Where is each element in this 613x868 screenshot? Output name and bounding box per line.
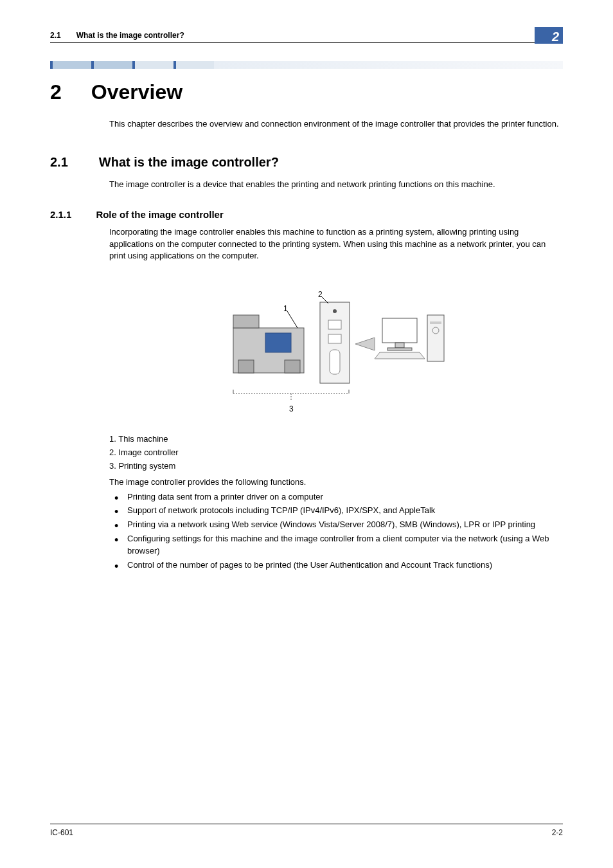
- monitor-icon: [382, 318, 417, 350]
- list-item: Printing via a network using Web service…: [109, 519, 563, 531]
- this-machine-icon: [233, 315, 304, 373]
- diagram-legend: 1. This machine 2. Image controller 3. P…: [109, 433, 563, 571]
- chapter-heading: 2 Overview: [50, 80, 563, 104]
- list-item: Support of network protocols including T…: [109, 505, 563, 517]
- list-item: Printing data sent from a printer driver…: [109, 491, 563, 503]
- decorative-bar: [50, 61, 563, 69]
- keyboard-icon: [375, 352, 425, 359]
- svg-rect-13: [387, 348, 412, 350]
- functions-intro: The image controller provides the follow…: [109, 476, 563, 489]
- running-header: 2.1 What is the image controller? 2: [50, 27, 563, 43]
- svg-rect-9: [330, 350, 340, 374]
- chapter-number: 2: [50, 80, 62, 104]
- section-title: What is the image controller?: [99, 155, 279, 170]
- functions-list: Printing data sent from a printer driver…: [109, 491, 563, 572]
- diagram-container: 1 2 3: [109, 283, 563, 424]
- bracket-icon: [233, 390, 349, 401]
- diagram-label-3: 3: [289, 404, 294, 413]
- legend-item-1: 1. This machine: [109, 433, 563, 446]
- section-heading: 2.1 What is the image controller?: [50, 155, 563, 170]
- arrow-icon: [355, 338, 375, 350]
- svg-rect-12: [395, 343, 404, 348]
- section-number: 2.1: [50, 155, 68, 170]
- section-text: The image controller is a device that en…: [109, 179, 563, 191]
- svg-marker-14: [375, 352, 425, 359]
- legend-item-2: 2. Image controller: [109, 447, 563, 459]
- footer-model: IC-601: [50, 828, 73, 837]
- system-diagram: 1 2 3: [220, 283, 452, 424]
- subsection-title: Role of the image controller: [96, 209, 223, 220]
- svg-marker-10: [355, 338, 375, 350]
- pc-tower-icon: [427, 315, 444, 361]
- svg-rect-11: [382, 318, 417, 343]
- chapter-title: Overview: [91, 80, 182, 104]
- svg-rect-2: [265, 333, 291, 352]
- svg-rect-3: [238, 360, 254, 373]
- svg-point-6: [333, 309, 337, 313]
- diagram-label-2: 2: [318, 290, 323, 299]
- svg-rect-1: [233, 315, 259, 328]
- chapter-badge: 2: [535, 27, 563, 44]
- list-item: Configuring settings for this machine an…: [109, 533, 563, 557]
- header-section-number: 2.1: [50, 31, 61, 40]
- subsection-heading: 2.1.1 Role of the image controller: [50, 209, 563, 220]
- svg-line-22: [287, 311, 298, 328]
- diagram-label-1: 1: [283, 304, 288, 313]
- chapter-intro: This chapter describes the overview and …: [109, 118, 563, 131]
- page-footer: IC-601 2-2: [50, 824, 563, 837]
- image-controller-icon: [320, 302, 350, 383]
- legend-item-3: 3. Printing system: [109, 460, 563, 473]
- svg-rect-8: [328, 334, 341, 343]
- svg-rect-7: [328, 320, 341, 329]
- header-section-title: What is the image controller?: [76, 31, 184, 40]
- footer-page: 2-2: [552, 828, 563, 837]
- svg-rect-16: [430, 321, 441, 324]
- subsection-text: Incorporating the image controller enabl…: [109, 226, 563, 263]
- subsection-number: 2.1.1: [50, 209, 71, 220]
- list-item: Control of the number of pages to be pri…: [109, 559, 563, 572]
- svg-rect-4: [285, 360, 300, 373]
